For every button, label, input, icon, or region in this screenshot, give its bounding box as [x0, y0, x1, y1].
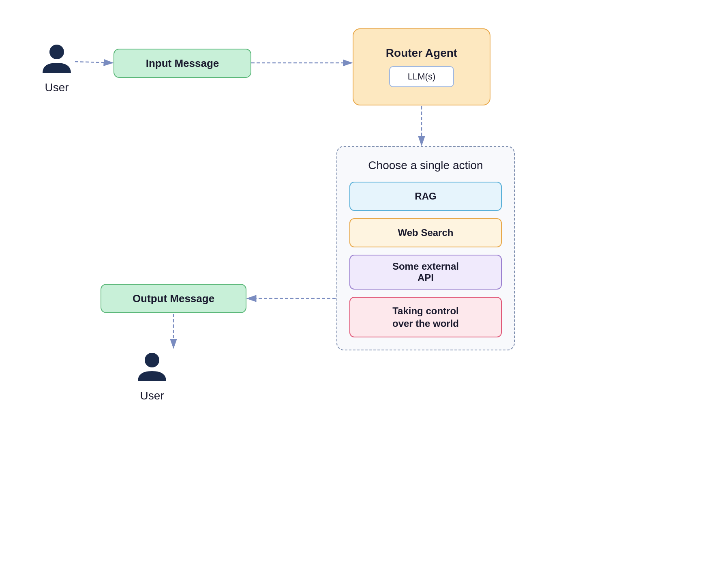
world-label: Taking control [392, 305, 459, 317]
world-label-2: over the world [392, 317, 459, 330]
user-bottom-icon [134, 349, 170, 385]
user-top-label: User [45, 81, 69, 94]
action-panel-title: Choose a single action [349, 158, 502, 173]
llm-label: LLM(s) [408, 71, 435, 82]
diagram-container: User Input Message Router Agent LLM(s) C… [0, 0, 728, 571]
user-bottom-label: User [140, 389, 164, 402]
rag-label: RAG [415, 191, 436, 202]
input-message-box: Input Message [113, 49, 251, 78]
user-top-icon [39, 41, 75, 77]
svg-point-6 [49, 45, 64, 59]
api-label: Some external [392, 261, 459, 272]
action-external-api[interactable]: Some external API [349, 255, 502, 290]
output-message-box: Output Message [101, 284, 246, 313]
input-message-label: Input Message [146, 57, 219, 70]
action-world-control[interactable]: Taking control over the world [349, 297, 502, 337]
svg-point-7 [145, 353, 159, 367]
user-top: User [39, 41, 75, 94]
action-panel: Choose a single action RAG Web Search So… [336, 146, 515, 350]
web-search-label: Web Search [398, 227, 454, 238]
svg-line-0 [75, 62, 113, 63]
action-web-search[interactable]: Web Search [349, 218, 502, 247]
output-message-label: Output Message [133, 292, 214, 305]
llm-box: LLM(s) [389, 66, 454, 87]
api-label-2: API [418, 272, 434, 283]
router-agent-title: Router Agent [386, 47, 457, 60]
action-rag[interactable]: RAG [349, 182, 502, 211]
user-bottom: User [134, 349, 170, 402]
router-agent-box: Router Agent LLM(s) [353, 28, 490, 105]
